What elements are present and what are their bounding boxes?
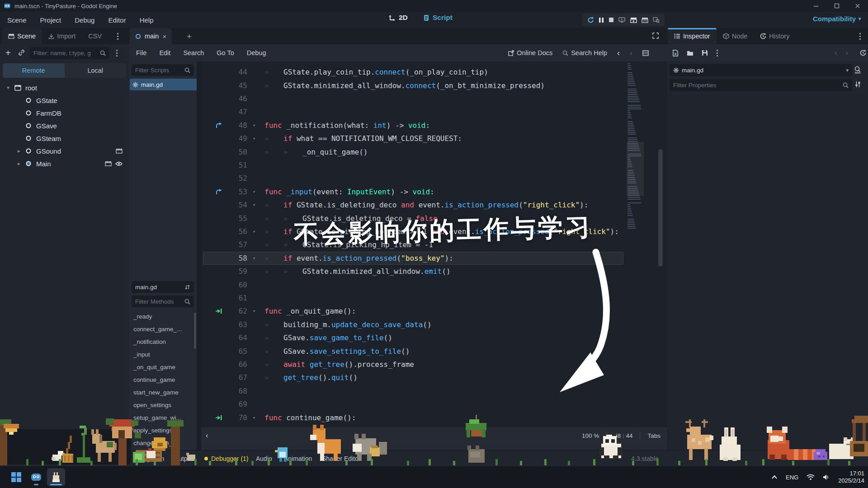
movie-icon[interactable] xyxy=(105,161,112,166)
resource-options-icon[interactable] xyxy=(716,49,718,57)
code-line-45[interactable]: 45»GState.minimized_all_window.connect(_… xyxy=(201,79,667,92)
expand-arrow-icon[interactable]: ▾ xyxy=(4,84,13,91)
filter-scripts-input[interactable]: Filter Scripts xyxy=(132,64,194,76)
online-docs-button[interactable]: Online Docs xyxy=(508,49,552,56)
close-button[interactable] xyxy=(847,0,868,12)
taskbar-clock[interactable]: 17:01 2025/2/14 xyxy=(838,470,864,484)
eye-icon[interactable] xyxy=(115,161,123,166)
history-back-icon[interactable]: ‹ xyxy=(617,48,620,58)
wifi-icon[interactable] xyxy=(807,474,815,480)
filter-methods-input[interactable]: Filter Methods xyxy=(132,296,194,307)
tray-expand-icon[interactable] xyxy=(771,475,778,479)
bottom-tab-shader-editor[interactable]: Shader Editor xyxy=(322,450,361,467)
fullscreen-icon[interactable] xyxy=(652,33,659,39)
new-resource-icon[interactable] xyxy=(672,50,679,56)
tab-node[interactable]: Node xyxy=(717,28,754,44)
play-scene-icon[interactable] xyxy=(630,17,637,23)
bottom-tab-output[interactable]: Output xyxy=(174,450,193,467)
history-back-icon[interactable]: ‹ xyxy=(835,48,837,57)
script-menu-search[interactable]: Search xyxy=(183,49,204,56)
resource-selector[interactable]: main.gd ▾ xyxy=(670,64,852,76)
load-resource-icon[interactable] xyxy=(687,50,693,56)
movie-icon[interactable] xyxy=(116,148,123,154)
code-line-50[interactable]: 50»»_on_quit_game() xyxy=(201,145,667,158)
property-tools-icon[interactable] xyxy=(855,81,861,88)
filter-options-icon[interactable] xyxy=(116,49,118,57)
code-line-51[interactable]: 51 xyxy=(201,159,667,172)
method-list-item[interactable]: connect_game_... xyxy=(130,323,196,335)
method-list-item[interactable]: change_farm_to xyxy=(130,436,196,449)
stop-icon[interactable] xyxy=(609,17,614,23)
scene-tree-node-main[interactable]: ▸Main xyxy=(0,157,129,170)
method-list-item[interactable]: start_new_game xyxy=(130,386,196,399)
code-line-70[interactable]: 70▾func continue_game(): xyxy=(201,411,667,424)
expand-arrow-icon[interactable]: ▸ xyxy=(14,160,24,167)
expand-arrow-icon[interactable]: ▸ xyxy=(14,148,24,154)
script-menu-debug[interactable]: Debug xyxy=(247,49,266,56)
dock-options-icon[interactable] xyxy=(117,33,119,40)
method-list-item[interactable]: setup_game_wi... xyxy=(130,411,196,424)
close-tab-icon[interactable]: × xyxy=(162,33,166,40)
save-resource-icon[interactable] xyxy=(702,50,708,56)
code-line-47[interactable]: 47 xyxy=(201,105,667,118)
fold-arrow-icon[interactable]: ▾ xyxy=(250,308,258,314)
fold-arrow-icon[interactable]: ▾ xyxy=(250,415,258,421)
bottom-tab-filesystem[interactable]: FileSystem xyxy=(133,450,164,467)
scene-filter-input[interactable]: Filter: name, t:type, g xyxy=(30,47,109,59)
maximize-button[interactable] xyxy=(826,0,847,12)
history-forward-icon[interactable]: › xyxy=(845,48,848,57)
menu-debug[interactable]: Debug xyxy=(75,16,94,24)
dock-options-icon[interactable] xyxy=(859,33,861,40)
taskbar-tinypasture-app[interactable] xyxy=(47,468,65,486)
sort-methods-icon[interactable] xyxy=(184,284,190,290)
script-menu-edit[interactable]: Edit xyxy=(159,49,170,56)
add-node-button[interactable]: + xyxy=(5,48,11,58)
fold-arrow-icon[interactable]: ▾ xyxy=(250,136,258,141)
menu-editor[interactable]: Editor xyxy=(108,16,126,24)
scene-tree-node-gsave[interactable]: GSave xyxy=(0,119,129,132)
bottom-tab-audio[interactable]: Audio xyxy=(256,450,272,467)
script-tab-main[interactable]: main × xyxy=(130,28,172,44)
movie-maker-icon[interactable] xyxy=(653,17,660,23)
fold-arrow-icon[interactable]: ▾ xyxy=(250,202,258,208)
play-custom-scene-icon[interactable] xyxy=(642,17,648,23)
workspace-2d-button[interactable]: 2D xyxy=(389,14,408,22)
filter-properties-input[interactable]: Filter Properties xyxy=(670,79,852,91)
tab-scene[interactable]: Scene xyxy=(2,28,42,44)
bottom-tab-debugger[interactable]: Debugger (1) xyxy=(204,450,249,467)
method-list-item[interactable]: _ready xyxy=(130,310,196,323)
fold-arrow-icon[interactable]: ▾ xyxy=(250,189,258,195)
scene-tree-node-gsound[interactable]: ▸GSound xyxy=(0,145,129,157)
remote-tab[interactable]: Remote xyxy=(3,63,65,78)
script-panel-toggle-icon[interactable] xyxy=(642,50,649,56)
method-list-item[interactable]: _input xyxy=(130,348,196,361)
object-history-icon[interactable] xyxy=(860,50,866,56)
zoom-level[interactable]: 100 % xyxy=(582,432,599,439)
tab-inspector[interactable]: Inspector xyxy=(668,28,717,44)
code-line-53[interactable]: 53▾func _input(event: InputEvent) -> voi… xyxy=(201,185,667,198)
method-list-scrollbar[interactable] xyxy=(194,313,196,349)
bottom-tab-animation[interactable]: Animation xyxy=(284,450,312,467)
code-line-46[interactable]: 46 xyxy=(201,92,667,105)
menu-project[interactable]: Project xyxy=(40,16,61,24)
open-docs-icon[interactable]: DOC xyxy=(854,66,861,74)
scene-tree-node-gsteam[interactable]: GSteam xyxy=(0,132,129,145)
script-menu-goto[interactable]: Go To xyxy=(217,49,234,56)
start-button[interactable] xyxy=(7,468,25,486)
renderer-dropdown[interactable]: Compatibility▾ xyxy=(813,15,861,23)
minimap-viewport[interactable] xyxy=(627,142,644,196)
panel-divider[interactable] xyxy=(197,61,201,450)
minimize-button[interactable] xyxy=(806,0,826,12)
reload-project-icon[interactable] xyxy=(587,17,594,23)
local-tab[interactable]: Local xyxy=(65,63,127,78)
taskbar-godot-app[interactable] xyxy=(27,468,45,486)
method-list-item[interactable]: _on_quit_game xyxy=(130,361,196,373)
method-list-item[interactable]: continue_game xyxy=(130,373,196,386)
script-menu-file[interactable]: File xyxy=(136,49,146,56)
collapse-panel-icon[interactable]: ‹ xyxy=(206,431,208,440)
instance-scene-icon[interactable] xyxy=(18,49,25,56)
history-forward-icon[interactable]: › xyxy=(630,48,632,58)
menu-help[interactable]: Help xyxy=(140,16,154,24)
new-tab-button[interactable]: + xyxy=(187,32,192,42)
tab-history[interactable]: History xyxy=(754,28,796,44)
